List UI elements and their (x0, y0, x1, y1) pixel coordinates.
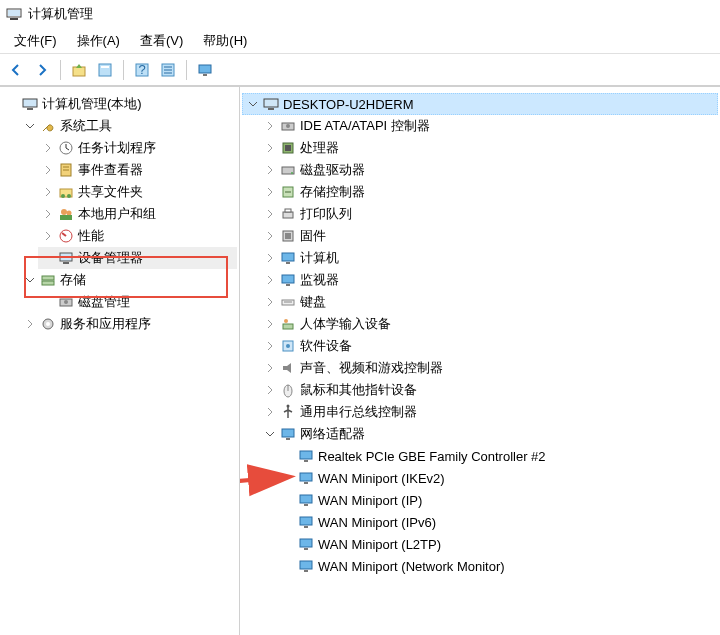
chevron-right-icon[interactable] (262, 140, 278, 156)
chevron-right-icon[interactable] (262, 382, 278, 398)
chevron-right-icon[interactable] (40, 140, 56, 156)
menu-file[interactable]: 文件(F) (4, 30, 67, 52)
node-label: 本地用户和组 (78, 205, 162, 223)
svg-rect-69 (300, 517, 312, 525)
chevron-right-icon[interactable] (40, 228, 56, 244)
device-mgr-icon (58, 250, 74, 266)
node-label: 通用串行总线控制器 (300, 403, 423, 421)
node-storageCtl[interactable]: 存储控制器 (260, 181, 718, 203)
chevron-right-icon[interactable] (262, 118, 278, 134)
node-desktop-root[interactable]: DESKTOP-U2HDERM (242, 93, 718, 115)
svg-rect-72 (304, 548, 308, 550)
chevron-right-icon[interactable] (262, 228, 278, 244)
left-tree-pane: 计算机管理(本地) 系统工具 任务计划程序 (0, 87, 240, 635)
expander-icon[interactable] (4, 96, 20, 112)
node-ide[interactable]: IDE ATA/ATAPI 控制器 (260, 115, 718, 137)
chevron-right-icon[interactable] (262, 206, 278, 222)
chevron-right-icon[interactable] (40, 162, 56, 178)
chevron-right-icon[interactable] (262, 250, 278, 266)
chevron-right-icon[interactable] (262, 294, 278, 310)
node-storage[interactable]: 存储 (20, 269, 237, 291)
node-firmware[interactable]: 固件 (260, 225, 718, 247)
chevron-right-icon[interactable] (262, 316, 278, 332)
folder-share-icon (58, 184, 74, 200)
toolbar-separator-2 (123, 60, 124, 80)
node-disk-mgmt[interactable]: 磁盘管理 (38, 291, 237, 313)
chevron-right-icon[interactable] (262, 338, 278, 354)
menu-view[interactable]: 查看(V) (130, 30, 193, 52)
printer-icon (280, 206, 296, 222)
chevron-down-icon[interactable] (22, 272, 38, 288)
node-hid[interactable]: 人体学输入设备 (260, 313, 718, 335)
node-local-users[interactable]: 本地用户和组 (38, 203, 237, 225)
chevron-right-icon[interactable] (40, 184, 56, 200)
node-software[interactable]: 软件设备 (260, 335, 718, 357)
menubar: 文件(F) 操作(A) 查看(V) 帮助(H) (0, 28, 720, 54)
node-label: 固件 (300, 227, 332, 245)
node-system-tools[interactable]: 系统工具 (20, 115, 237, 137)
chevron-down-icon[interactable] (245, 96, 261, 112)
node-net5[interactable]: WAN Miniport (Network Monitor) (278, 555, 718, 577)
help-button[interactable]: ? (130, 58, 154, 82)
node-monitor[interactable]: 监视器 (260, 269, 718, 291)
svg-point-24 (67, 211, 72, 216)
chevron-right-icon[interactable] (262, 184, 278, 200)
menu-action[interactable]: 操作(A) (67, 30, 130, 52)
chevron-right-icon[interactable] (22, 316, 38, 332)
svg-rect-71 (300, 539, 312, 547)
node-label: IDE ATA/ATAPI 控制器 (300, 117, 436, 135)
node-mouse[interactable]: 鼠标和其他指针设备 (260, 379, 718, 401)
users-icon (58, 206, 74, 222)
node-net1[interactable]: WAN Miniport (IKEv2) (278, 467, 718, 489)
forward-button[interactable] (30, 58, 54, 82)
chevron-right-icon[interactable] (262, 162, 278, 178)
menu-help[interactable]: 帮助(H) (193, 30, 257, 52)
svg-rect-63 (300, 451, 312, 459)
up-button[interactable] (67, 58, 91, 82)
node-services[interactable]: 服务和应用程序 (20, 313, 237, 335)
svg-rect-28 (63, 262, 69, 264)
node-event-viewer[interactable]: 事件查看器 (38, 159, 237, 181)
node-label: WAN Miniport (IKEv2) (318, 471, 451, 486)
node-label: 声音、视频和游戏控制器 (300, 359, 449, 377)
chevron-down-icon[interactable] (22, 118, 38, 134)
svg-rect-67 (300, 495, 312, 503)
node-net2[interactable]: WAN Miniport (IP) (278, 489, 718, 511)
svg-rect-45 (285, 209, 291, 212)
node-net4[interactable]: WAN Miniport (L2TP) (278, 533, 718, 555)
chevron-right-icon[interactable] (40, 206, 56, 222)
node-computer[interactable]: 计算机 (260, 247, 718, 269)
svg-rect-65 (300, 473, 312, 481)
node-computer-mgmt[interactable]: 计算机管理(本地) (2, 93, 237, 115)
node-usb[interactable]: 通用串行总线控制器 (260, 401, 718, 423)
back-button[interactable] (4, 58, 28, 82)
sound-icon (280, 360, 296, 376)
left-tree: 计算机管理(本地) 系统工具 任务计划程序 (2, 93, 237, 335)
node-net0[interactable]: Realtek PCIe GBE Family Controller #2 (278, 445, 718, 467)
svg-point-22 (67, 194, 71, 198)
node-shared-folders[interactable]: 共享文件夹 (38, 181, 237, 203)
node-diskDrive[interactable]: 磁盘驱动器 (260, 159, 718, 181)
node-keyboard[interactable]: 键盘 (260, 291, 718, 313)
network-adapter-icon (280, 426, 296, 442)
node-label: Realtek PCIe GBE Family Controller #2 (318, 449, 552, 464)
properties-button[interactable] (93, 58, 117, 82)
node-cpu[interactable]: 处理器 (260, 137, 718, 159)
node-sound[interactable]: 声音、视频和游戏控制器 (260, 357, 718, 379)
monitor-button[interactable] (193, 58, 217, 82)
node-task-scheduler[interactable]: 任务计划程序 (38, 137, 237, 159)
disk-drive-icon (280, 162, 296, 178)
node-printQueue[interactable]: 打印队列 (260, 203, 718, 225)
computer-icon (263, 96, 279, 112)
node-net3[interactable]: WAN Miniport (IPv6) (278, 511, 718, 533)
wrench-icon (40, 118, 56, 134)
chevron-right-icon[interactable] (262, 360, 278, 376)
node-netAdapters[interactable]: 网络适配器 (260, 423, 718, 445)
list-button[interactable] (156, 58, 180, 82)
node-device-manager[interactable]: 设备管理器 (38, 247, 237, 269)
svg-rect-51 (286, 284, 290, 286)
chevron-right-icon[interactable] (262, 404, 278, 420)
chevron-right-icon[interactable] (262, 272, 278, 288)
chevron-down-icon[interactable] (262, 426, 278, 442)
node-performance[interactable]: 性能 (38, 225, 237, 247)
